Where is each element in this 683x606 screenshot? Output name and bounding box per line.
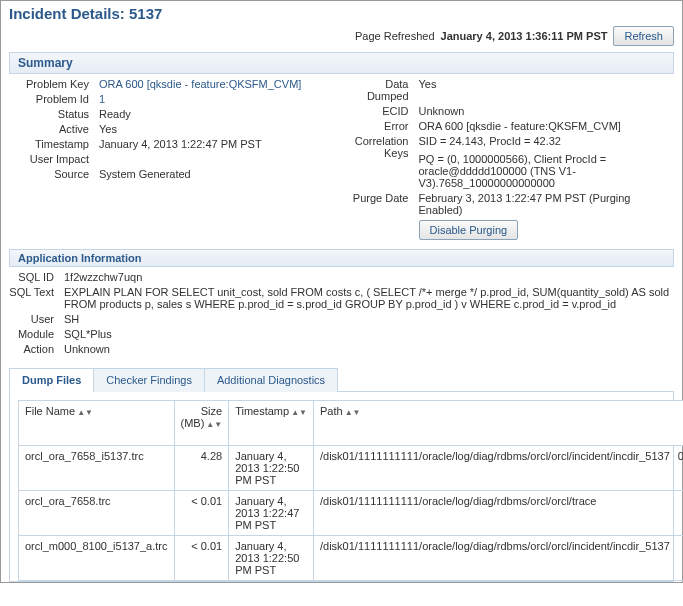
- page-refreshed-date: January 4, 2013 1:36:11 PM PST: [441, 30, 608, 42]
- cell-size: 4.28: [174, 446, 229, 491]
- user-label: User: [9, 313, 64, 325]
- sql-text-value: EXPLAIN PLAN FOR SELECT unit_cost, sold …: [64, 286, 674, 310]
- user-impact-label: User Impact: [9, 153, 99, 165]
- purge-date-label: Purge Date: [347, 192, 419, 204]
- cell-file-name: orcl_ora_7658_i5137.trc: [19, 446, 175, 491]
- tab-checker-findings[interactable]: Checker Findings: [93, 368, 205, 392]
- page-title: Incident Details: 5137: [9, 5, 162, 22]
- problem-id-link[interactable]: 1: [99, 93, 337, 105]
- col-size[interactable]: Size (MB)▲▼: [174, 401, 229, 446]
- action-label: Action: [9, 343, 64, 355]
- cell-timestamp: January 4, 2013 1:22:50 PM PST: [229, 446, 314, 491]
- data-dumped-label: Data Dumped: [347, 78, 419, 102]
- cell-file-name: orcl_m000_8100_i5137_a.trc: [19, 536, 175, 581]
- disable-purging-button[interactable]: Disable Purging: [419, 220, 519, 240]
- dump-files-table: File Name▲▼ Size (MB)▲▼ Timestamp▲▼ Path…: [18, 400, 683, 581]
- cell-timestamp: January 4, 2013 1:22:50 PM PST: [229, 536, 314, 581]
- tab-dump-files[interactable]: Dump Files: [9, 368, 94, 392]
- table-row: orcl_ora_7658.trc< 0.01January 4, 2013 1…: [19, 491, 684, 536]
- refresh-button[interactable]: Refresh: [613, 26, 674, 46]
- cell-path: /disk01/1111111111/oracle/log/diag/rdbms…: [314, 446, 684, 491]
- sort-icon: ▲▼: [345, 408, 361, 417]
- error-value: ORA 600 [qksdie - feature:QKSFM_CVM]: [419, 120, 675, 132]
- cell-path: /disk01/1111111111/oracle/log/diag/rdbms…: [314, 491, 684, 536]
- module-value: SQL*Plus: [64, 328, 674, 340]
- sort-icon: ▲▼: [206, 420, 222, 429]
- sort-icon: ▲▼: [291, 408, 307, 417]
- summary-header: Summary: [9, 52, 674, 74]
- problem-key-link[interactable]: ORA 600 [qksdie - feature:QKSFM_CVM]: [99, 78, 337, 90]
- user-value: SH: [64, 313, 674, 325]
- tabs: Dump Files Checker Findings Additional D…: [9, 367, 674, 392]
- ecid-label: ECID: [347, 105, 419, 117]
- cell-size: < 0.01: [174, 536, 229, 581]
- table-row: orcl_m000_8100_i5137_a.trc< 0.01January …: [19, 536, 684, 581]
- purge-date-text: February 3, 2013 1:22:47 PM PST (Purging…: [419, 192, 675, 216]
- problem-key-label: Problem Key: [9, 78, 99, 90]
- action-value: Unknown: [64, 343, 674, 355]
- col-file-name[interactable]: File Name▲▼: [19, 401, 175, 446]
- timestamp-value: January 4, 2013 1:22:47 PM PST: [99, 138, 337, 150]
- status-value: Ready: [99, 108, 337, 120]
- timestamp-label: Timestamp: [9, 138, 99, 150]
- cell-timestamp: January 4, 2013 1:22:47 PM PST: [229, 491, 314, 536]
- correlation-keys-line1: SID = 24.143, ProcId = 42.32: [419, 135, 675, 147]
- source-value: System Generated: [99, 168, 337, 180]
- correlation-keys-line2: PQ = (0, 1000000566), Client ProcId = or…: [419, 153, 675, 189]
- table-row: orcl_ora_7658_i5137.trc4.28January 4, 20…: [19, 446, 684, 491]
- sort-icon: ▲▼: [77, 408, 93, 417]
- page-refreshed-label: Page Refreshed: [355, 30, 435, 42]
- cell-path: /disk01/1111111111/oracle/log/diag/rdbms…: [314, 536, 684, 581]
- source-label: Source: [9, 168, 99, 180]
- module-label: Module: [9, 328, 64, 340]
- cell-file-name: orcl_ora_7658.trc: [19, 491, 175, 536]
- col-path[interactable]: Path▲▼: [314, 401, 684, 446]
- sql-id-label: SQL ID: [9, 271, 64, 283]
- correlation-keys-label: Correlation Keys: [347, 135, 419, 159]
- status-label: Status: [9, 108, 99, 120]
- sql-text-label: SQL Text: [9, 286, 64, 298]
- active-value: Yes: [99, 123, 337, 135]
- ecid-value: Unknown: [419, 105, 675, 117]
- problem-id-label: Problem Id: [9, 93, 99, 105]
- sql-id-value: 1f2wzzchw7uqn: [64, 271, 674, 283]
- error-label: Error: [347, 120, 419, 132]
- cell-size: < 0.01: [174, 491, 229, 536]
- active-label: Active: [9, 123, 99, 135]
- tab-additional-diagnostics[interactable]: Additional Diagnostics: [204, 368, 338, 392]
- data-dumped-value: Yes: [419, 78, 675, 90]
- col-timestamp[interactable]: Timestamp▲▼: [229, 401, 314, 446]
- application-information-header: Application Information: [9, 249, 674, 267]
